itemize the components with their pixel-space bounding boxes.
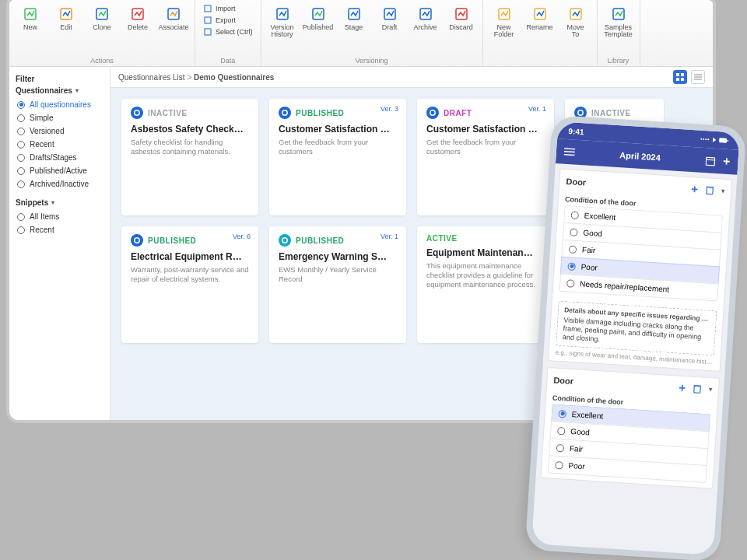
rename-icon (531, 5, 549, 23)
svg-rect-42 (707, 187, 714, 194)
edit-button[interactable]: Edit (50, 3, 82, 33)
radio-icon (17, 101, 25, 109)
status-text: PUBLISHED (148, 236, 196, 245)
version-badge: Ver. 1 (381, 233, 398, 240)
move-to-button[interactable]: Move To (559, 3, 592, 40)
svg-point-31 (700, 138, 702, 140)
select-icon (203, 27, 212, 37)
questionnaire-card[interactable]: Ver. 3 PUBLISHED Customer Satisfaction …… (269, 99, 406, 215)
rename-button[interactable]: Rename (524, 3, 556, 40)
stage-button[interactable]: Stage (338, 3, 370, 40)
chevron-down-icon: ▾ (75, 87, 79, 94)
svg-line-38 (564, 152, 575, 152)
phone-time: 9:41 (568, 127, 584, 136)
discard-button[interactable]: Discard (445, 3, 478, 40)
filter-item[interactable]: Published/Active (12, 164, 107, 177)
svg-point-32 (703, 138, 704, 140)
filter-item[interactable]: All questionnaires (12, 98, 107, 111)
svg-point-29 (135, 238, 139, 243)
details-textarea[interactable]: Details about any specific issues regard… (556, 301, 717, 356)
questionnaire-card[interactable]: INACTIVE Asbestos Safety Check… Safety c… (121, 99, 258, 215)
new-button[interactable]: New (14, 3, 47, 33)
svg-rect-20 (676, 78, 679, 81)
section-title: Door (566, 176, 586, 187)
grid-view-button[interactable] (673, 70, 687, 84)
svg-rect-18 (676, 73, 679, 76)
svg-line-41 (706, 159, 714, 160)
delete-icon[interactable] (706, 185, 714, 195)
card-title: Asbestos Safety Check… (131, 124, 249, 135)
breadcrumb[interactable]: Questionnaires List > Demo Questionnaire… (118, 73, 274, 82)
chevron-down-icon[interactable]: ▾ (721, 187, 725, 194)
filter-item[interactable]: Versioned (12, 124, 107, 138)
radio-icon (558, 409, 566, 418)
edit-icon (58, 5, 75, 23)
ribbon-group-label: Actions (90, 57, 114, 65)
radio-icon (17, 180, 25, 188)
radio-icon (570, 228, 578, 236)
add-icon[interactable]: + (679, 381, 686, 395)
svg-rect-35 (719, 138, 727, 143)
sidebar-filter-title: Filter (16, 75, 103, 83)
add-icon[interactable]: + (691, 182, 699, 196)
snippet-item[interactable]: Recent (12, 223, 107, 236)
status-text: PUBLISHED (296, 109, 344, 117)
status-text: ACTIVE (426, 234, 458, 243)
draft-button[interactable]: Draft (374, 3, 406, 40)
add-icon[interactable]: + (723, 158, 731, 166)
ribbon-group-versioning: Version HistoryPublishedStageDraftArchiv… (261, 0, 483, 66)
list-view-button[interactable] (691, 70, 705, 84)
radio-icon (17, 141, 25, 149)
radio-icon (17, 167, 25, 175)
delete-icon[interactable] (693, 383, 702, 394)
import-button[interactable]: Import (200, 3, 256, 14)
questionnaire-card[interactable]: Ver. 6 PUBLISHED Electrical Equipment R…… (121, 226, 258, 343)
associate-icon (165, 5, 182, 23)
status-icon (279, 107, 291, 119)
card-title: Customer Satisfaction … (279, 124, 397, 135)
radio-icon (569, 245, 577, 254)
version-history-icon (274, 5, 291, 23)
clone-button[interactable]: Clone (86, 3, 118, 33)
ribbon-group-label: Library (608, 57, 630, 65)
published-button[interactable]: Published (302, 3, 335, 40)
radio-icon (556, 443, 565, 452)
archive-button[interactable]: Archive (409, 3, 442, 40)
hamburger-icon[interactable] (564, 148, 576, 156)
select-button[interactable]: Select (Ctrl) (200, 26, 256, 37)
new-folder-icon (496, 5, 513, 23)
phone-content: Door + ▾ Condition of the door Excellent… (531, 163, 737, 555)
status-text: DRAFT (444, 109, 472, 117)
version-history-button[interactable]: Version History (266, 3, 299, 40)
svg-line-37 (564, 149, 575, 149)
filter-item[interactable]: Recent (12, 138, 107, 151)
ribbon-group-data: ImportExportSelect (Ctrl) Data (195, 0, 261, 66)
card-description: EWS Monthly / Yearly Service Record (279, 265, 397, 284)
svg-rect-6 (205, 17, 211, 23)
export-icon (203, 16, 212, 25)
phone-battery-icon (699, 135, 729, 145)
svg-point-25 (135, 110, 139, 115)
calendar-icon[interactable] (705, 156, 716, 166)
filter-item[interactable]: Simple (12, 111, 107, 124)
delete-button[interactable]: Delete (121, 3, 154, 33)
sidebar-questionnaires-heading[interactable]: Questionnaires▾ (16, 86, 103, 95)
samples-template-button[interactable]: Samples Template (602, 3, 635, 40)
draft-icon (381, 5, 398, 23)
questionnaire-card[interactable]: Ver. 1 PUBLISHED Emergency Warning S… EW… (269, 226, 406, 343)
export-button[interactable]: Export (200, 15, 256, 26)
snippet-item[interactable]: All Items (12, 210, 107, 223)
associate-button[interactable]: Associate (157, 3, 190, 33)
sidebar-snippets-heading[interactable]: Snippets▾ (16, 198, 103, 207)
new-folder-button[interactable]: New Folder (488, 3, 521, 40)
filter-item[interactable]: Drafts/Stages (12, 151, 107, 164)
chevron-down-icon[interactable]: ▾ (709, 386, 713, 393)
svg-rect-40 (706, 157, 715, 166)
radio-icon (17, 128, 25, 135)
radio-icon (17, 213, 25, 221)
questionnaire-card[interactable]: ACTIVE Equipment Maintenan… This equipme… (417, 226, 554, 343)
questionnaire-card[interactable]: Ver. 1 DRAFT Customer Satisfaction … Get… (417, 99, 554, 215)
svg-point-27 (430, 110, 435, 115)
filter-item[interactable]: Archived/Inactive (12, 177, 107, 191)
radio-icon (17, 154, 25, 162)
